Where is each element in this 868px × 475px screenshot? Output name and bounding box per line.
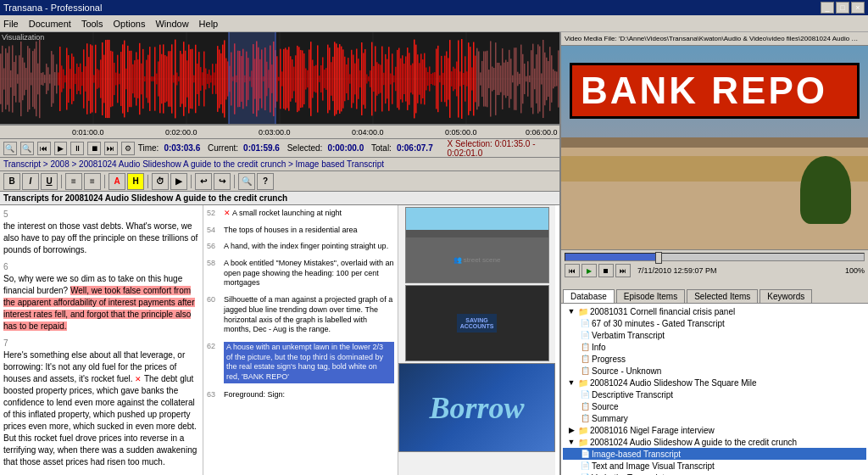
tree-item-cornell[interactable]: ▼ 📁 20081031 Cornell financial crisis pa… bbox=[563, 305, 866, 317]
tree-item-source1[interactable]: 📋 Source - Unknown bbox=[563, 365, 866, 377]
thumbnail-borrow: Borrow bbox=[398, 363, 555, 452]
play-btn[interactable]: ▶ bbox=[54, 142, 68, 155]
video-frame: BANK REPO bbox=[561, 46, 868, 249]
expand-icon-squaremile: ▼ bbox=[566, 377, 576, 388]
image-52-text: A small rocket launching at night bbox=[232, 209, 342, 219]
font-color-btn[interactable]: A bbox=[108, 173, 125, 190]
tree-label-progress: Progress bbox=[592, 355, 626, 364]
tree-item-creditcrunch[interactable]: ▼ 📁 20081024 Audio Slideshow A guide to … bbox=[563, 436, 866, 448]
image-52-num: 52 bbox=[207, 209, 224, 217]
tree-label-imagebased: Image-based Transcript bbox=[592, 450, 681, 459]
tree-item-farage[interactable]: ▶ 📁 20081016 Nigel Farage interview bbox=[563, 424, 866, 436]
menu-tools[interactable]: Tools bbox=[81, 19, 103, 29]
transcript-header: Transcripts for 20081024 Audio Slideshow… bbox=[0, 192, 559, 205]
zoom-in-btn[interactable]: 🔍 bbox=[3, 142, 17, 155]
prev-btn[interactable]: ⏮ bbox=[37, 142, 51, 155]
vid-play-btn[interactable]: ▶ bbox=[581, 264, 597, 277]
waveform-area[interactable]: Visualization /* waveform bars gen bbox=[0, 32, 559, 126]
bold-btn[interactable]: B bbox=[3, 173, 20, 190]
maximize-button[interactable]: □ bbox=[836, 2, 849, 14]
time-mark-1: 0:01:00.0 bbox=[72, 128, 104, 137]
vid-stop-btn[interactable]: ⏹ bbox=[598, 264, 614, 277]
tab-database[interactable]: Database bbox=[563, 289, 615, 303]
menu-file[interactable]: File bbox=[3, 19, 19, 29]
undo-btn[interactable]: ↩ bbox=[195, 173, 212, 190]
tree-item-gated[interactable]: 📄 67 of 30 minutes - Gated Transcript bbox=[563, 317, 866, 329]
italic-btn[interactable]: I bbox=[22, 173, 39, 190]
video-progress-thumb[interactable] bbox=[655, 252, 662, 264]
current-label: Current: bbox=[208, 143, 238, 153]
time-mark-5: 0:05:00.0 bbox=[445, 128, 477, 137]
tab-selected-items[interactable]: Selected Items bbox=[687, 289, 758, 303]
help-btn[interactable]: ? bbox=[257, 173, 274, 190]
bank-repo-text: BANK REPO bbox=[581, 72, 849, 109]
time-mark-6: 0:06:00.0 bbox=[526, 128, 558, 137]
menu-bar: File Document Tools Options Window Help bbox=[0, 15, 868, 32]
tree-item-squaremile[interactable]: ▼ 📁 20081024 Audio Slideshow The Square … bbox=[563, 377, 866, 388]
transcript-middle-column: 52 ✕ A small rocket launching at night 5… bbox=[203, 205, 398, 475]
item-icon-info: 📋 bbox=[580, 342, 590, 352]
image-56-num: 56 bbox=[207, 242, 224, 250]
underline-btn[interactable]: U bbox=[41, 173, 58, 190]
tree-item-progress[interactable]: 📋 Progress bbox=[563, 353, 866, 365]
expand-icon-creditcrunch: ▼ bbox=[566, 437, 576, 447]
zoom-out-btn[interactable]: 🔍 bbox=[20, 142, 34, 155]
thumbnail-1: 👥 street scene bbox=[405, 207, 549, 283]
breadcrumb: Transcript > 2008 > 20081024 Audio Slide… bbox=[0, 158, 559, 171]
tree-label-squaremile: 20081024 Audio Slideshow The Square Mile bbox=[590, 378, 757, 388]
insert-time-btn[interactable]: ⏱ bbox=[152, 173, 169, 190]
tree-item-verbatim1[interactable]: 📄 Verbatim Transcript bbox=[563, 329, 866, 341]
toolbar-sep-3 bbox=[147, 175, 148, 188]
editor-toolbar: B I U ≡ ≡ A H ⏱ ▶ ↩ ↪ 🔍 ? bbox=[0, 171, 559, 192]
window-controls: _ □ × bbox=[821, 2, 865, 14]
redo-btn[interactable]: ↪ bbox=[214, 173, 231, 190]
tree-item-source2[interactable]: 📋 Source bbox=[563, 400, 866, 412]
next-btn[interactable]: ⏭ bbox=[104, 142, 118, 155]
tree-item-info[interactable]: 📋 Info bbox=[563, 341, 866, 353]
tree-label-farage: 20081016 Nigel Farage interview bbox=[590, 426, 715, 435]
settings-btn[interactable]: ⚙ bbox=[121, 142, 135, 155]
vid-prev-btn[interactable]: ⏮ bbox=[565, 264, 580, 277]
tree-item-imagebased[interactable]: 📄 Image-based Transcript bbox=[563, 448, 866, 460]
para-5: 5 the interest on those vast debts. What… bbox=[3, 209, 199, 256]
play-clip-btn[interactable]: ▶ bbox=[170, 173, 187, 190]
minimize-button[interactable]: _ bbox=[821, 2, 834, 14]
vid-next-btn[interactable]: ⏭ bbox=[615, 264, 631, 277]
video-progress-fill bbox=[565, 254, 655, 260]
tree-item-textimage[interactable]: 📄 Text and Image Visual Transcript bbox=[563, 460, 866, 472]
toolbar-sep-1 bbox=[61, 175, 62, 188]
data-tabs: Database Episode Items Selected Items Ke… bbox=[561, 287, 868, 304]
highlight-btn[interactable]: H bbox=[127, 173, 144, 190]
tab-episode-items[interactable]: Episode Items bbox=[616, 289, 685, 303]
pause-btn[interactable]: ⏸ bbox=[70, 142, 84, 155]
tree-item-descriptive[interactable]: 📄 Descriptive Transcript bbox=[563, 388, 866, 400]
bank-repo-sign: BANK REPO bbox=[570, 63, 860, 119]
align-center-btn[interactable]: ≡ bbox=[84, 173, 101, 190]
tree-label-info: Info bbox=[592, 343, 606, 352]
search-btn[interactable]: 🔍 bbox=[238, 173, 255, 190]
stop-btn[interactable]: ⏹ bbox=[87, 142, 101, 155]
tab-keywords[interactable]: Keywords bbox=[760, 289, 812, 303]
tree-item-summary[interactable]: 📋 Summary bbox=[563, 412, 866, 424]
image-58-text: A book entitled "Money Mistakes", overla… bbox=[224, 259, 394, 288]
menu-options[interactable]: Options bbox=[114, 19, 146, 29]
menu-window[interactable]: Window bbox=[155, 19, 188, 29]
item-icon-source2: 📋 bbox=[580, 401, 590, 411]
image-item-52: 52 ✕ A small rocket launching at night bbox=[205, 207, 396, 221]
tree-item-verbatim2[interactable]: 📄 Verbatim Transcript bbox=[563, 472, 866, 475]
menu-help[interactable]: Help bbox=[199, 19, 219, 29]
main-layout: Visualization /* waveform bars gen bbox=[0, 32, 868, 475]
borrow-label: Borrow bbox=[429, 390, 524, 426]
time-mark-4: 0:04:00.0 bbox=[352, 128, 384, 137]
menu-document[interactable]: Document bbox=[29, 19, 71, 29]
para-6-num: 6 bbox=[3, 261, 20, 273]
video-buttons: ⏮ ▶ ⏹ ⏭ 7/11/2010 12:59:07 PM 100% bbox=[565, 264, 865, 277]
tree-right bbox=[800, 156, 851, 224]
close-button[interactable]: × bbox=[851, 2, 865, 14]
breadcrumb-text: Transcript > 2008 > 20081024 Audio Slide… bbox=[3, 159, 384, 169]
tree-label-source1: Source - Unknown bbox=[592, 366, 661, 376]
video-title-bar: Video Media File: 'D:\Anne\Videos\Transa… bbox=[561, 32, 868, 46]
video-datetime: 7/11/2010 12:59:07 PM bbox=[637, 266, 717, 275]
align-left-btn[interactable]: ≡ bbox=[65, 173, 82, 190]
video-progress-bar[interactable] bbox=[565, 253, 865, 261]
